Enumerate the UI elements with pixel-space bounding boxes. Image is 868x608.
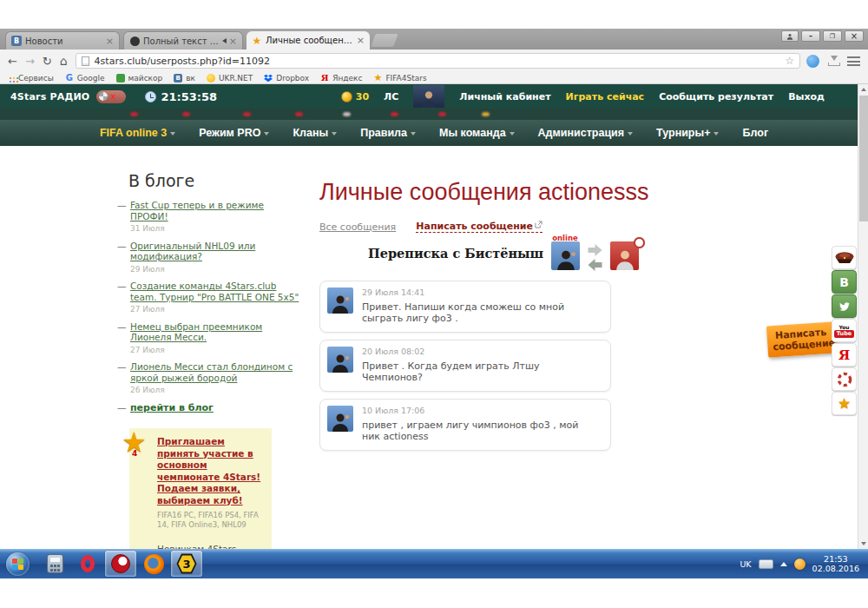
fifa-online3-taskbar-icon[interactable]: 3 — [171, 551, 202, 577]
conversation-title: Переписка с Бистёныш — [368, 246, 543, 261]
firefox-taskbar-icon[interactable] — [138, 551, 169, 577]
tab-close-icon[interactable] — [357, 35, 365, 46]
blog-title: В блоге — [128, 171, 303, 190]
opera-taskbar-icon[interactable] — [72, 551, 103, 577]
new-tab-button[interactable] — [371, 34, 398, 47]
profile-icon[interactable] — [781, 30, 799, 42]
tab-private-messages[interactable]: ★ Личные сообщения actio — [247, 31, 370, 50]
own-avatar[interactable] — [610, 241, 639, 270]
bookmark-dropbox[interactable]: Dropbox — [264, 74, 309, 83]
chrome-menu-icon[interactable] — [847, 56, 860, 66]
home-button[interactable] — [60, 55, 68, 67]
all-messages-link[interactable]: Все сообщения — [319, 221, 396, 233]
red-app-taskbar-icon[interactable] — [105, 551, 136, 577]
minimize-button[interactable] — [801, 30, 820, 42]
logout-link[interactable]: Выход — [788, 91, 825, 102]
page-scrollbar[interactable] — [858, 84, 868, 549]
radio-player[interactable]: x — [96, 90, 126, 103]
message-text: привет , играем лигу чимпионов фо3 , мой… — [362, 420, 598, 442]
bookmark-myscore[interactable]: майскор — [116, 74, 163, 83]
close-button[interactable] — [845, 30, 864, 42]
page-title: Личные сообщения actionesss — [319, 179, 649, 206]
nav-rezhim-pro[interactable]: Режим PRO — [199, 127, 269, 139]
promo-link[interactable]: Приглашаем принять участие в основном че… — [157, 436, 265, 506]
bookmark-ukrnet[interactable]: UKR.NET — [207, 74, 253, 83]
write-message-link[interactable]: Написать сообщение — [416, 221, 542, 233]
bookmark-vk[interactable]: Ввк — [174, 74, 195, 83]
scrollbar-thumb[interactable] — [859, 96, 868, 221]
tab-title: Новости — [25, 36, 102, 46]
radio-close-icon[interactable]: x — [110, 93, 115, 101]
nav-my-komanda[interactable]: Мы команда — [439, 127, 515, 139]
system-tray: UK 21:53 02.08.2016 — [740, 554, 868, 573]
vk-social-icon[interactable]: В — [832, 270, 857, 294]
page-viewport: 4Stars РАДИО x 21:53:58 30 ЛС Лич — [0, 84, 868, 549]
personal-cabinet-link[interactable]: Личный кабинет — [459, 91, 550, 102]
write-message-side-tab[interactable]: Написать сообщение — [766, 321, 836, 357]
interlocutor-avatar[interactable]: online — [551, 241, 580, 270]
bookmark-services[interactable]: Сервисы — [6, 74, 54, 83]
extension-icon[interactable] — [806, 55, 819, 68]
tab-fulltext[interactable]: Полный текст выступ — [123, 31, 243, 50]
nav-pravila[interactable]: Правила — [360, 127, 416, 139]
star-favicon-icon: ★ — [252, 36, 262, 46]
show-hidden-icons[interactable] — [780, 562, 787, 566]
bookmark-google[interactable]: GGoogle — [65, 74, 105, 83]
report-result-link[interactable]: Сообщить результат — [659, 91, 773, 102]
tab-close-icon[interactable] — [229, 36, 237, 47]
blog-post-link[interactable]: Лионель Месси стал блондином с яркой рыж… — [130, 361, 293, 383]
chevron-down-icon — [510, 132, 515, 135]
keyboard-icon[interactable] — [759, 559, 773, 569]
restore-button[interactable] — [823, 30, 842, 42]
antivirus-tray-icon[interactable] — [794, 558, 806, 570]
tab-news[interactable]: В Новости — [5, 31, 120, 50]
scroll-up-icon[interactable] — [858, 84, 868, 95]
download-extension-icon[interactable] — [826, 55, 840, 67]
pm-link[interactable]: ЛС — [384, 91, 398, 102]
back-button[interactable] — [8, 56, 17, 67]
scroll-down-icon[interactable] — [858, 539, 868, 549]
coins-count: 30 — [356, 91, 369, 102]
calculator-taskbar-icon[interactable] — [39, 551, 70, 577]
vk-favicon-icon: В — [11, 36, 22, 46]
arrow-left-icon — [588, 259, 602, 271]
nav-blog[interactable]: Блог — [742, 127, 768, 139]
nav-fifa-online-3[interactable]: FIFA online 3 — [100, 127, 175, 139]
whistle-ring-icon[interactable] — [832, 367, 857, 391]
nav-administraciya[interactable]: Администрация — [538, 127, 633, 139]
language-indicator[interactable]: UK — [740, 559, 751, 569]
start-button[interactable] — [6, 552, 30, 576]
play-now-link[interactable]: Играть сейчас — [566, 91, 645, 102]
go-to-blog-link[interactable]: перейти в блог — [130, 402, 214, 413]
forward-button[interactable] — [25, 56, 35, 67]
cap-icon[interactable] — [832, 246, 857, 269]
taskbar-clock[interactable]: 21:53 02.08.2016 — [812, 554, 859, 573]
nav-klany[interactable]: Кланы — [293, 127, 337, 139]
radio-play-icon[interactable] — [99, 92, 108, 101]
message-text: Привет . Когда будем играть Лтшу Чемпион… — [362, 360, 598, 383]
chevron-down-icon — [713, 132, 719, 135]
user-avatar[interactable] — [413, 85, 444, 108]
blog-post-link[interactable]: Fast Cup теперь и в режиме ПРОФИ! — [130, 200, 264, 221]
blog-item: Создание команды 4Stars.club team. Турни… — [117, 281, 303, 315]
twitter-icon[interactable] — [832, 294, 857, 318]
message-date: 10 Июля 17:06 — [362, 406, 598, 415]
chevron-down-icon — [170, 132, 175, 135]
sender-avatar[interactable] — [327, 347, 353, 373]
youtube-icon[interactable]: YouTube — [832, 319, 857, 342]
yandex-social-icon[interactable]: Я — [832, 343, 857, 367]
sender-avatar[interactable] — [327, 287, 353, 314]
4stars-social-icon[interactable]: ★ — [832, 392, 857, 415]
blog-post-link[interactable]: Оригинальный NHL09 или модификация? — [130, 241, 255, 262]
bookmark-yandex[interactable]: ЯЯндекс — [320, 74, 362, 83]
reload-button[interactable] — [43, 56, 52, 67]
blog-post-link[interactable]: Создание команды 4Stars.club team. Турни… — [130, 281, 299, 302]
blog-post-link[interactable]: Немец выбран преемником Лионеля Месси. — [130, 321, 262, 343]
myscore-icon — [116, 74, 125, 83]
bookmark-fifa4stars[interactable]: ★FIFA4Stars — [373, 74, 426, 83]
bookmark-star-icon[interactable] — [785, 55, 794, 67]
address-bar[interactable]: 4stars.club/userposts.php?id=11092 — [76, 53, 800, 69]
tab-close-icon[interactable] — [106, 36, 114, 47]
nav-turniry[interactable]: Турниры+ — [656, 127, 719, 139]
sender-avatar[interactable] — [327, 406, 353, 432]
